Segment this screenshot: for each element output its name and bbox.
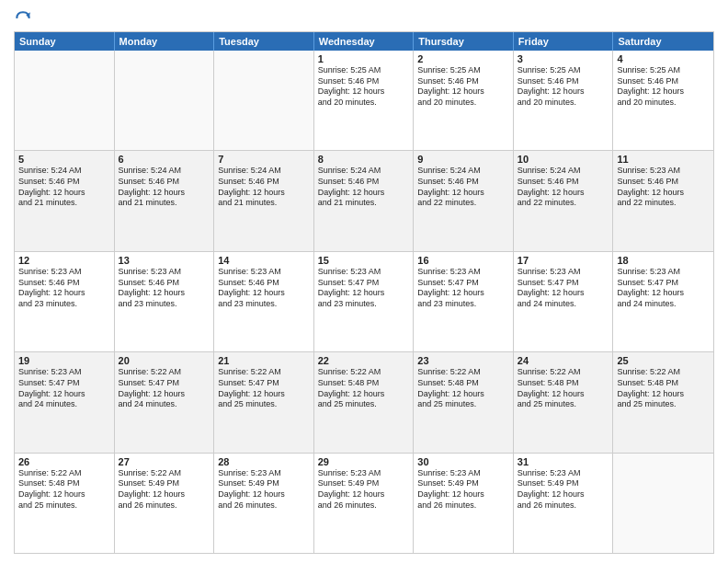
daylight-text: Daylight: 12 hours (518, 288, 609, 299)
sunset-text: Sunset: 5:47 PM (318, 278, 410, 289)
calendar-cell: 28Sunrise: 5:23 AMSunset: 5:49 PMDayligh… (214, 454, 314, 553)
day-number: 16 (417, 255, 509, 266)
daylight-text2: and 25 minutes. (518, 399, 609, 410)
sunrise-text: Sunrise: 5:25 AM (417, 65, 509, 76)
day-number: 20 (119, 355, 210, 366)
daylight-text: Daylight: 12 hours (417, 188, 509, 199)
sunrise-text: Sunrise: 5:23 AM (218, 267, 310, 278)
daylight-text2: and 23 minutes. (18, 299, 110, 310)
calendar-cell: 14Sunrise: 5:23 AMSunset: 5:46 PMDayligh… (214, 252, 314, 351)
calendar-cell: 18Sunrise: 5:23 AMSunset: 5:47 PMDayligh… (613, 252, 713, 351)
calendar-cell: 16Sunrise: 5:23 AMSunset: 5:47 PMDayligh… (414, 252, 514, 351)
daylight-text: Daylight: 12 hours (18, 188, 110, 199)
header (14, 9, 714, 28)
calendar-cell: 30Sunrise: 5:23 AMSunset: 5:49 PMDayligh… (414, 454, 514, 553)
sunrise-text: Sunrise: 5:23 AM (417, 468, 509, 479)
daylight-text2: and 25 minutes. (617, 399, 710, 410)
sunset-text: Sunset: 5:47 PM (617, 278, 710, 289)
daylight-text2: and 21 minutes. (318, 198, 410, 209)
day-number: 30 (417, 456, 509, 467)
calendar: SundayMondayTuesdayWednesdayThursdayFrid… (14, 31, 714, 554)
day-number: 7 (218, 154, 310, 165)
sunset-text: Sunset: 5:46 PM (218, 177, 310, 188)
daylight-text2: and 23 minutes. (218, 299, 310, 310)
daylight-text2: and 22 minutes. (518, 198, 609, 209)
daylight-text: Daylight: 12 hours (18, 288, 110, 299)
logo (14, 9, 36, 28)
sunrise-text: Sunrise: 5:23 AM (617, 267, 710, 278)
calendar-cell: 1Sunrise: 5:25 AMSunset: 5:46 PMDaylight… (314, 51, 415, 150)
sunset-text: Sunset: 5:47 PM (218, 378, 310, 389)
sunrise-text: Sunrise: 5:25 AM (518, 65, 609, 76)
calendar-cell (613, 454, 713, 553)
calendar-row-0: 1Sunrise: 5:25 AMSunset: 5:46 PMDaylight… (15, 51, 713, 151)
day-number: 12 (18, 255, 110, 266)
daylight-text: Daylight: 12 hours (218, 188, 310, 199)
sunset-text: Sunset: 5:48 PM (617, 378, 710, 389)
sunrise-text: Sunrise: 5:25 AM (617, 65, 710, 76)
daylight-text2: and 22 minutes. (417, 198, 509, 209)
calendar-cell: 5Sunrise: 5:24 AMSunset: 5:46 PMDaylight… (15, 151, 115, 250)
sunset-text: Sunset: 5:49 PM (119, 478, 210, 489)
page: SundayMondayTuesdayWednesdayThursdayFrid… (0, 0, 728, 563)
sunset-text: Sunset: 5:47 PM (417, 278, 509, 289)
daylight-text: Daylight: 12 hours (218, 389, 310, 400)
daylight-text2: and 23 minutes. (318, 299, 410, 310)
logo-icon (14, 9, 32, 28)
sunset-text: Sunset: 5:48 PM (18, 478, 110, 489)
daylight-text2: and 23 minutes. (119, 299, 210, 310)
sunrise-text: Sunrise: 5:23 AM (318, 468, 410, 479)
sunrise-text: Sunrise: 5:24 AM (18, 166, 110, 177)
sunrise-text: Sunrise: 5:23 AM (417, 267, 509, 278)
sunset-text: Sunset: 5:48 PM (518, 378, 609, 389)
day-number: 25 (617, 355, 710, 366)
sunset-text: Sunset: 5:46 PM (119, 177, 210, 188)
day-number: 28 (218, 456, 310, 467)
day-number: 15 (318, 255, 410, 266)
sunset-text: Sunset: 5:46 PM (119, 278, 210, 289)
daylight-text2: and 22 minutes. (617, 198, 710, 209)
daylight-text: Daylight: 12 hours (218, 288, 310, 299)
daylight-text2: and 25 minutes. (318, 399, 410, 410)
sunset-text: Sunset: 5:47 PM (119, 378, 210, 389)
sunrise-text: Sunrise: 5:23 AM (18, 367, 110, 378)
daylight-text2: and 24 minutes. (119, 399, 210, 410)
day-number: 22 (318, 355, 410, 366)
daylight-text2: and 20 minutes. (318, 98, 410, 109)
daylight-text: Daylight: 12 hours (617, 389, 710, 400)
daylight-text: Daylight: 12 hours (119, 389, 210, 400)
sunrise-text: Sunrise: 5:22 AM (119, 468, 210, 479)
calendar-cell: 31Sunrise: 5:23 AMSunset: 5:49 PMDayligh… (514, 454, 614, 553)
daylight-text2: and 26 minutes. (119, 500, 210, 511)
daylight-text2: and 20 minutes. (617, 98, 710, 109)
calendar-cell (15, 51, 115, 150)
daylight-text: Daylight: 12 hours (18, 489, 110, 500)
header-day-sunday: Sunday (15, 32, 115, 51)
sunrise-text: Sunrise: 5:22 AM (119, 367, 210, 378)
calendar-cell: 9Sunrise: 5:24 AMSunset: 5:46 PMDaylight… (414, 151, 514, 250)
sunset-text: Sunset: 5:47 PM (518, 278, 609, 289)
calendar-row-3: 19Sunrise: 5:23 AMSunset: 5:47 PMDayligh… (15, 352, 713, 453)
calendar-body: 1Sunrise: 5:25 AMSunset: 5:46 PMDaylight… (15, 51, 713, 553)
calendar-cell (214, 51, 314, 150)
sunrise-text: Sunrise: 5:22 AM (318, 367, 410, 378)
sunrise-text: Sunrise: 5:22 AM (518, 367, 609, 378)
daylight-text2: and 25 minutes. (18, 500, 110, 511)
daylight-text2: and 24 minutes. (518, 299, 609, 310)
daylight-text: Daylight: 12 hours (417, 489, 509, 500)
calendar-cell: 17Sunrise: 5:23 AMSunset: 5:47 PMDayligh… (514, 252, 614, 351)
calendar-row-4: 26Sunrise: 5:22 AMSunset: 5:48 PMDayligh… (15, 454, 713, 553)
header-day-friday: Friday (514, 32, 614, 51)
calendar-cell: 20Sunrise: 5:22 AMSunset: 5:47 PMDayligh… (115, 352, 215, 452)
sunrise-text: Sunrise: 5:23 AM (318, 267, 410, 278)
calendar-cell: 26Sunrise: 5:22 AMSunset: 5:48 PMDayligh… (15, 454, 115, 553)
daylight-text2: and 26 minutes. (518, 500, 609, 511)
daylight-text2: and 20 minutes. (417, 98, 509, 109)
daylight-text2: and 24 minutes. (18, 399, 110, 410)
day-number: 26 (18, 456, 110, 467)
calendar-cell: 4Sunrise: 5:25 AMSunset: 5:46 PMDaylight… (613, 51, 713, 150)
daylight-text: Daylight: 12 hours (119, 489, 210, 500)
sunset-text: Sunset: 5:48 PM (318, 378, 410, 389)
calendar-cell: 10Sunrise: 5:24 AMSunset: 5:46 PMDayligh… (514, 151, 614, 250)
calendar-cell: 25Sunrise: 5:22 AMSunset: 5:48 PMDayligh… (613, 352, 713, 452)
